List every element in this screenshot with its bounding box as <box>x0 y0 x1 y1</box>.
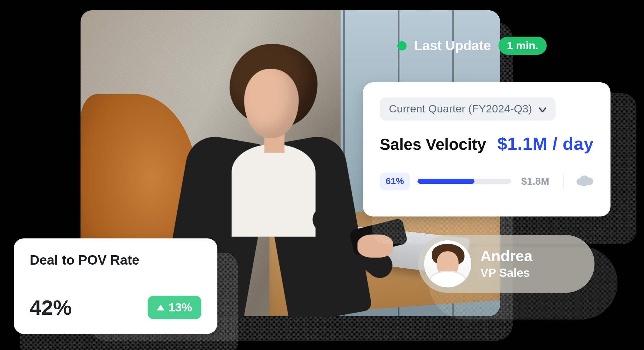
sales-velocity-card: Current Quarter (FY2024-Q3) Sales Veloci… <box>363 82 611 217</box>
avatar <box>424 240 471 287</box>
progress-target: $1.8M <box>521 175 549 187</box>
progress-bar <box>417 179 511 184</box>
user-role: VP Sales <box>480 266 532 280</box>
user-pill[interactable]: Andrea VP Sales <box>418 235 595 293</box>
salesforce-icon <box>575 174 594 188</box>
status-last-update: Last Update 1 min. <box>397 37 547 55</box>
triangle-up-icon <box>157 304 164 310</box>
pov-value: 42% <box>30 295 72 320</box>
status-label: Last Update <box>414 38 491 53</box>
progress-percent-badge: 61% <box>380 173 410 190</box>
user-name: Andrea <box>480 248 532 265</box>
period-select-label: Current Quarter (FY2024-Q3) <box>389 102 532 115</box>
status-value-pill: 1 min. <box>498 37 547 55</box>
velocity-metric-label: Sales Velocity <box>380 136 486 153</box>
svg-point-3 <box>580 180 588 186</box>
velocity-metric-value: $1.1M / day <box>497 134 594 154</box>
deal-to-pov-card: Deal to POV Rate 42% 13% <box>14 238 217 334</box>
pov-title: Deal to POV Rate <box>30 252 201 268</box>
status-dot-icon <box>397 41 407 50</box>
pov-delta-value: 13% <box>169 301 192 314</box>
caret-down-icon <box>539 102 546 115</box>
period-select[interactable]: Current Quarter (FY2024-Q3) <box>380 98 556 121</box>
progress-bar-fill <box>417 179 475 184</box>
pov-delta-badge: 13% <box>148 296 202 319</box>
divider <box>563 173 564 189</box>
